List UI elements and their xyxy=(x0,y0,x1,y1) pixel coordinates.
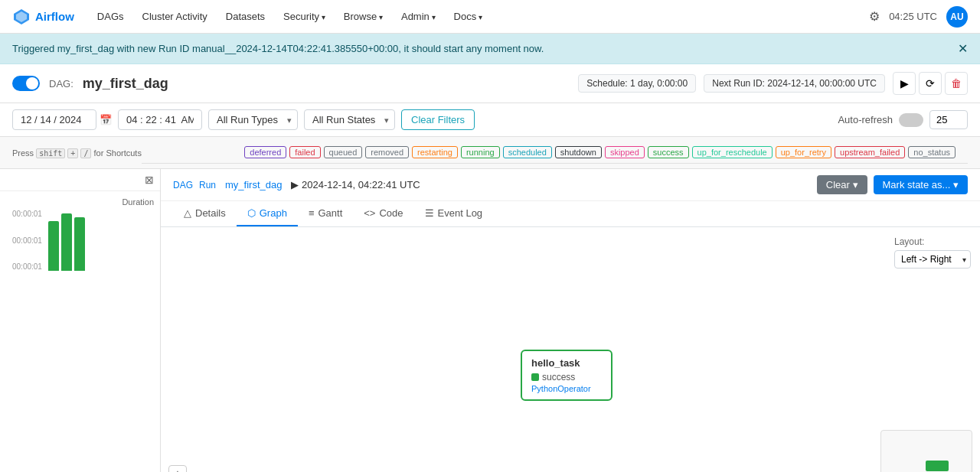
delete-button[interactable]: 🗑 xyxy=(945,72,968,95)
next-run-badge: Next Run ID: 2024-12-14, 00:00:00 UTC xyxy=(704,74,885,93)
details-icon: △ xyxy=(184,207,191,219)
navbar: Airflow DAGs Cluster Activity Datasets S… xyxy=(0,0,980,34)
tab-event-log[interactable]: ☰ Event Log xyxy=(414,201,494,226)
right-panel: DAG Run my_first_dag ▶ 2024-12-14, 04:22… xyxy=(161,169,980,472)
task-node-status: success xyxy=(531,372,602,382)
tab-details-label: Details xyxy=(195,207,226,219)
dag-actions: ▶ ⟳ 🗑 xyxy=(893,72,968,95)
chart-container: 00:00:01 00:00:01 00:00:01 xyxy=(6,210,154,271)
shift-key: shift xyxy=(36,148,65,158)
nav-right: ⚙ 04:25 UTC AU xyxy=(869,6,968,28)
refresh-interval-input[interactable] xyxy=(929,110,968,129)
dag-breadcrumb-name[interactable]: my_first_dag xyxy=(225,179,282,190)
nav-datasets[interactable]: Datasets xyxy=(218,8,273,25)
duration-label: Duration xyxy=(6,197,154,207)
state-badge-up-for-retry[interactable]: up_for_retry xyxy=(776,146,831,158)
time-label-mid: 00:00:01 xyxy=(12,236,42,245)
tabs-bar: △ Details ⬡ Graph ≡ Gantt <> Code ☰ Even… xyxy=(161,201,980,227)
layout-select[interactable]: Left -> Right xyxy=(894,250,971,269)
dag-breadcrumb-label: DAG xyxy=(173,180,193,190)
dag-label: DAG: xyxy=(49,78,74,90)
tab-graph[interactable]: ⬡ Graph xyxy=(237,201,298,226)
auto-refresh-label: Auto-refresh xyxy=(838,114,893,125)
task-node-title: hello_task xyxy=(531,357,602,369)
layout-label: Layout: xyxy=(894,236,971,247)
chart-bars xyxy=(48,210,85,271)
states-list: deferred failed queued removed restartin… xyxy=(142,142,968,164)
brand-name: Airflow xyxy=(35,10,74,23)
auto-refresh-toggle[interactable] xyxy=(899,113,923,127)
run-header: DAG Run my_first_dag ▶ 2024-12-14, 04:22… xyxy=(161,169,980,201)
nav-cluster-activity[interactable]: Cluster Activity xyxy=(135,8,215,25)
run-breadcrumb-label: Run xyxy=(199,180,216,190)
code-icon: <> xyxy=(364,207,375,219)
state-badge-no-status[interactable]: no_status xyxy=(908,146,956,158)
state-badge-queued[interactable]: queued xyxy=(324,146,363,158)
dag-name: my_first_dag xyxy=(83,76,168,92)
nav-security[interactable]: Security xyxy=(276,8,333,25)
airflow-logo-icon xyxy=(12,8,31,26)
gantt-icon: ≡ xyxy=(309,207,315,219)
left-panel-header: ⊠ xyxy=(0,169,160,191)
time-input[interactable] xyxy=(118,109,202,130)
task-node-hello-task[interactable]: hello_task success PythonOperator xyxy=(521,350,612,401)
tab-details[interactable]: △ Details xyxy=(173,201,237,226)
nav-admin[interactable]: Admin xyxy=(394,8,443,25)
play-button[interactable]: ▶ xyxy=(893,72,916,95)
zoom-in-button[interactable]: + xyxy=(168,465,187,472)
chart-bar-2[interactable] xyxy=(61,213,72,271)
layout-select-wrap: Left -> Right xyxy=(894,250,971,269)
tab-graph-label: Graph xyxy=(260,207,287,219)
time-label-top: 00:00:01 xyxy=(12,210,42,218)
run-breadcrumb: DAG Run xyxy=(173,180,216,190)
time-label-bot: 00:00:01 xyxy=(12,262,42,271)
tab-event-log-label: Event Log xyxy=(438,207,483,219)
run-states-select-wrap: All Run States xyxy=(304,109,395,130)
state-badge-scheduled[interactable]: scheduled xyxy=(503,146,552,158)
left-panel: ⊠ Duration 00:00:01 00:00:01 00:00:01 he… xyxy=(0,169,161,472)
brand-logo[interactable]: Airflow xyxy=(12,8,74,26)
mark-state-button[interactable]: Mark state as... ▾ xyxy=(874,175,968,194)
refresh-button[interactable]: ⟳ xyxy=(919,72,942,95)
tab-code-label: Code xyxy=(379,207,403,219)
state-badge-upstream-failed[interactable]: upstream_failed xyxy=(835,146,905,158)
clear-filters-button[interactable]: Clear Filters xyxy=(401,109,475,130)
chart-bar-1[interactable] xyxy=(48,221,59,271)
state-badge-up-for-reschedule[interactable]: up_for_reschedule xyxy=(692,146,773,158)
state-badge-failed[interactable]: failed xyxy=(289,146,320,158)
tab-gantt[interactable]: ≡ Gantt xyxy=(298,201,353,226)
slash-key: / xyxy=(80,148,91,158)
alert-close-button[interactable]: ✕ xyxy=(958,41,968,56)
tab-code[interactable]: <> Code xyxy=(353,201,413,226)
duration-chart: Duration 00:00:01 00:00:01 00:00:01 xyxy=(0,191,160,472)
collapse-panel-button[interactable]: ⊠ xyxy=(145,174,154,186)
state-badge-success[interactable]: success xyxy=(648,146,689,158)
toolbar: 📅 All Run Types All Run States Clear Fil… xyxy=(0,103,980,137)
state-badge-deferred[interactable]: deferred xyxy=(244,146,286,158)
mini-map-node xyxy=(926,461,949,471)
state-badge-shutdown[interactable]: shutdown xyxy=(555,146,602,158)
schedule-badge: Schedule: 1 day, 0:00:00 xyxy=(578,74,696,93)
gear-icon[interactable]: ⚙ xyxy=(869,9,880,24)
clear-button[interactable]: Clear ▾ xyxy=(817,175,867,194)
run-states-select[interactable]: All Run States xyxy=(304,109,395,130)
dag-toggle[interactable] xyxy=(12,76,40,91)
chart-y-labels: 00:00:01 00:00:01 00:00:01 xyxy=(12,210,45,271)
alert-message: Triggered my_first_dag with new Run ID m… xyxy=(12,43,544,54)
state-badge-restarting[interactable]: restarting xyxy=(412,146,458,158)
run-types-select[interactable]: All Run Types xyxy=(208,109,298,130)
nav-browse[interactable]: Browse xyxy=(336,8,390,25)
run-id-display: ▶ 2024-12-14, 04:22:41 UTC xyxy=(291,179,420,190)
chart-bar-3[interactable] xyxy=(74,217,85,271)
state-badge-running[interactable]: running xyxy=(461,146,500,158)
nav-docs[interactable]: Docs xyxy=(446,8,490,25)
nav-dags[interactable]: DAGs xyxy=(90,8,132,25)
state-badge-removed[interactable]: removed xyxy=(365,146,409,158)
calendar-icon: 📅 xyxy=(100,114,112,125)
avatar[interactable]: AU xyxy=(946,6,968,28)
graph-area[interactable]: hello_task success PythonOperator Layout… xyxy=(161,227,980,472)
states-toolbar: Press shift + / for Shortcuts deferred f… xyxy=(0,137,980,169)
date-input[interactable] xyxy=(12,109,96,130)
dag-schedule: Schedule: 1 day, 0:00:00 Next Run ID: 20… xyxy=(578,72,968,95)
state-badge-skipped[interactable]: skipped xyxy=(605,146,645,158)
